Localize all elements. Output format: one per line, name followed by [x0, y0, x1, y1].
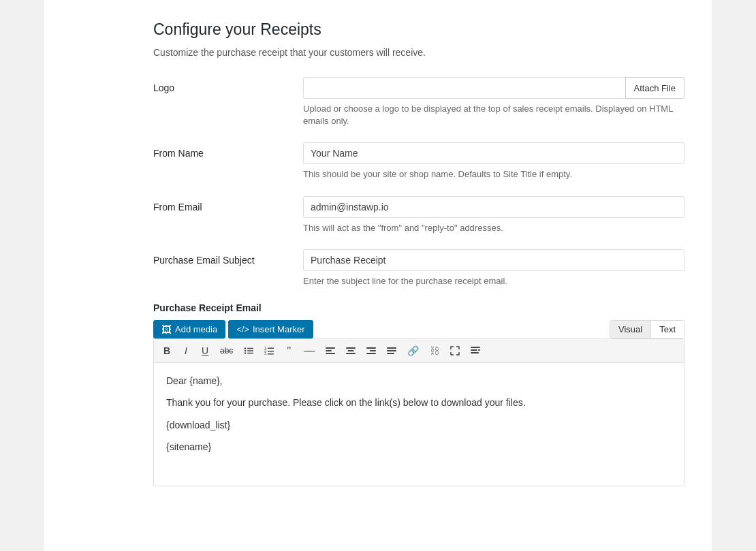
svg-rect-25: [471, 349, 477, 351]
insert-marker-button[interactable]: </> Insert Marker: [228, 320, 313, 339]
add-media-button[interactable]: 🖼 Add media: [153, 320, 225, 339]
svg-rect-13: [326, 350, 332, 351]
logo-row: Logo Attach File Upload or choose a logo…: [153, 77, 684, 127]
add-media-label: Add media: [175, 324, 217, 334]
view-toggle: Visual Text: [610, 320, 684, 339]
email-editor-section: Purchase Receipt Email 🖼 Add media </> I…: [153, 302, 684, 486]
svg-rect-3: [247, 350, 253, 351]
align-right-button[interactable]: [362, 342, 381, 360]
strikethrough-button[interactable]: abc: [215, 342, 238, 360]
purchase-subject-label: Purchase Email Subject: [153, 249, 303, 266]
page-subtitle: Customize the purchase receipt that your…: [153, 47, 684, 58]
svg-rect-7: [268, 347, 274, 349]
insert-marker-icon: </>: [236, 324, 249, 334]
svg-rect-14: [326, 353, 335, 354]
svg-rect-26: [471, 352, 479, 353]
from-email-hint: This will act as the "from" and "reply-t…: [303, 222, 684, 234]
blockquote-button[interactable]: ": [280, 342, 298, 360]
logo-label: Logo: [153, 77, 303, 93]
editor-toolbar-top: 🖼 Add media </> Insert Marker Visual Tex…: [153, 320, 684, 339]
from-name-field: This should be your site or shop name. D…: [303, 142, 684, 180]
svg-rect-22: [387, 350, 396, 351]
svg-rect-17: [346, 353, 356, 354]
from-email-label: From Email: [153, 196, 303, 212]
from-email-input[interactable]: [303, 196, 684, 218]
svg-rect-15: [346, 347, 356, 349]
from-name-row: From Name This should be your site or sh…: [153, 142, 684, 180]
fullscreen-button[interactable]: [445, 342, 464, 360]
editor-line-2: Thank you for your purchase. Please clic…: [166, 395, 672, 410]
svg-rect-19: [370, 350, 376, 351]
svg-rect-1: [247, 348, 253, 349]
logo-hint: Upload or choose a logo to be displayed …: [303, 103, 684, 127]
justify-button[interactable]: [382, 342, 401, 360]
editor-container: B I U abc 1.2.3. " —: [153, 339, 684, 486]
editor-toolbar-left: 🖼 Add media </> Insert Marker: [153, 320, 313, 339]
bold-button[interactable]: B: [158, 342, 176, 360]
logo-input[interactable]: [303, 77, 625, 99]
svg-point-2: [245, 350, 246, 351]
editor-section-title: Purchase Receipt Email: [153, 302, 684, 313]
svg-rect-27: [478, 349, 480, 351]
purchase-subject-field: Enter the subject line for the purchase …: [303, 249, 684, 287]
underline-button[interactable]: U: [196, 342, 214, 360]
svg-rect-16: [348, 350, 354, 351]
svg-rect-21: [387, 347, 396, 349]
ordered-list-button[interactable]: 1.2.3.: [259, 342, 279, 360]
svg-rect-5: [247, 353, 253, 354]
align-left-button[interactable]: [321, 342, 340, 360]
svg-point-0: [245, 347, 246, 349]
visual-view-button[interactable]: Visual: [610, 321, 651, 338]
text-view-button[interactable]: Text: [651, 321, 684, 338]
purchase-subject-row: Purchase Email Subject Enter the subject…: [153, 249, 684, 287]
page-wrapper: Configure your Receipts Customize the pu…: [0, 0, 756, 551]
editor-line-1: Dear {name},: [166, 373, 672, 388]
add-media-icon: 🖼: [161, 324, 172, 335]
horizontal-rule-button[interactable]: —: [299, 342, 319, 360]
format-toolbar: B I U abc 1.2.3. " —: [154, 339, 684, 363]
content-area: Configure your Receipts Customize the pu…: [44, 0, 712, 551]
logo-field: Attach File Upload or choose a logo to b…: [303, 77, 684, 127]
insert-marker-label: Insert Marker: [253, 324, 305, 334]
svg-point-4: [245, 352, 246, 353]
svg-rect-11: [268, 353, 274, 355]
svg-rect-23: [387, 353, 394, 354]
align-center-button[interactable]: [341, 342, 360, 360]
remove-link-button[interactable]: ⛓: [425, 342, 444, 360]
editor-line-4: {sitename}: [166, 439, 672, 454]
insert-link-button[interactable]: 🔗: [403, 342, 424, 360]
svg-text:3.: 3.: [264, 351, 267, 356]
svg-rect-24: [471, 347, 480, 348]
unordered-list-button[interactable]: [239, 342, 258, 360]
italic-button[interactable]: I: [177, 342, 195, 360]
svg-rect-12: [326, 347, 335, 349]
svg-rect-9: [268, 351, 274, 352]
from-email-field: This will act as the "from" and "reply-t…: [303, 196, 684, 234]
from-name-label: From Name: [153, 142, 303, 159]
svg-rect-18: [366, 347, 376, 349]
page-title: Configure your Receipts: [153, 20, 684, 39]
from-name-input[interactable]: [303, 142, 684, 164]
from-name-hint: This should be your site or shop name. D…: [303, 168, 684, 180]
attach-file-button[interactable]: Attach File: [625, 77, 684, 99]
from-email-row: From Email This will act as the "from" a…: [153, 196, 684, 234]
editor-line-3: {download_list}: [166, 418, 672, 432]
purchase-subject-input[interactable]: [303, 249, 684, 271]
editor-body[interactable]: Dear {name}, Thank you for your purchase…: [154, 363, 684, 486]
svg-rect-20: [366, 353, 376, 354]
logo-input-row: Attach File: [303, 77, 684, 99]
purchase-subject-hint: Enter the subject line for the purchase …: [303, 275, 684, 287]
kitchen-sink-button[interactable]: [466, 342, 485, 360]
